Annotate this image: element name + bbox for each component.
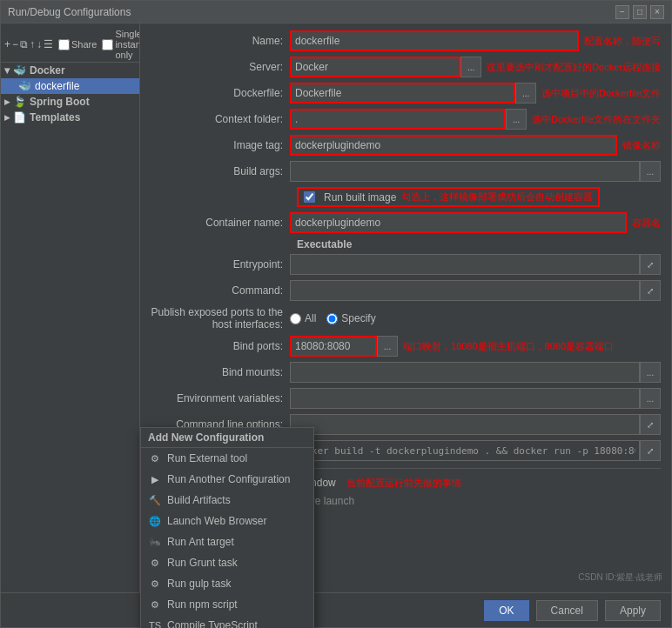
container-name-row: Container name: 容器名 bbox=[151, 212, 661, 233]
run-built-image-checkbox[interactable] bbox=[304, 191, 315, 203]
add-config-button[interactable]: + bbox=[4, 36, 10, 53]
build-args-browse-button[interactable]: ... bbox=[640, 161, 661, 182]
radio-all[interactable] bbox=[290, 313, 301, 324]
container-name-input[interactable] bbox=[290, 212, 627, 233]
image-tag-row: Image tag: 镜像名称 bbox=[151, 135, 661, 156]
left-panel: + − ⧉ ↑ ↓ ☰ Share Single instance only ▾… bbox=[1, 23, 140, 627]
entrypoint-expand-button[interactable]: ⤢ bbox=[640, 254, 661, 275]
ant-target-icon: 🐜 bbox=[148, 535, 162, 549]
close-button[interactable]: × bbox=[650, 5, 664, 19]
watermark: CSDN ID:紫星·战老师 bbox=[578, 571, 662, 584]
command-input[interactable] bbox=[290, 280, 640, 301]
dockerfile-annotation: 选中项目中的Dockerfile文件 bbox=[541, 87, 661, 100]
name-annotation: 配置名称，随便写 bbox=[584, 35, 661, 48]
bind-mounts-browse-button[interactable]: ... bbox=[640, 362, 661, 383]
bind-mounts-row: Bind mounts: ... bbox=[151, 362, 661, 383]
typescript-icon: TS bbox=[148, 618, 162, 628]
npm-icon: ⚙ bbox=[148, 598, 162, 611]
single-instance-checkbox[interactable] bbox=[102, 39, 113, 50]
image-tag-input[interactable] bbox=[290, 135, 617, 156]
bind-ports-browse-button[interactable]: ... bbox=[377, 336, 398, 357]
dockerfile-browse-button[interactable]: ... bbox=[515, 83, 536, 104]
entrypoint-label: Entrypoint: bbox=[168, 258, 290, 271]
radio-specify-text: Specify bbox=[341, 312, 375, 324]
run-external-icon: ⚙ bbox=[148, 451, 162, 465]
server-row: Server: Docker ... 这里要选中刚才配置好的Docker远程连接 bbox=[151, 57, 661, 77]
env-vars-input[interactable] bbox=[290, 388, 640, 409]
menu-item-run-external-label: Run External tool bbox=[167, 452, 247, 464]
filter-button[interactable]: ☰ bbox=[44, 36, 53, 53]
context-folder-annotation: 选中Dockerfile文件所在文件夹 bbox=[532, 113, 661, 126]
context-folder-browse-button[interactable]: ... bbox=[506, 109, 527, 130]
maximize-button[interactable]: □ bbox=[633, 5, 647, 19]
entrypoint-input[interactable] bbox=[290, 254, 640, 275]
move-up-button[interactable]: ↑ bbox=[30, 36, 35, 53]
cancel-button[interactable]: Cancel bbox=[536, 600, 598, 621]
apply-button[interactable]: Apply bbox=[605, 600, 661, 621]
menu-item-gulp-label: Run gulp task bbox=[167, 578, 231, 590]
templates-group[interactable]: ▸ 📄 Templates bbox=[1, 110, 139, 125]
menu-item-npm-label: Run npm script bbox=[167, 598, 238, 611]
radio-specify-label[interactable]: Specify bbox=[326, 312, 375, 324]
radio-group: All Specify bbox=[290, 312, 661, 324]
dockerfile-item[interactable]: 🐳 dockerfile bbox=[1, 78, 139, 94]
radio-all-label[interactable]: All bbox=[290, 312, 316, 324]
menu-item-run-another[interactable]: ▶ Run Another Configuration bbox=[141, 469, 313, 490]
docker-group[interactable]: ▾ 🐳 Docker bbox=[1, 63, 139, 78]
server-annotation: 这里要选中刚才配置好的Docker远程连接 bbox=[487, 61, 661, 74]
move-down-button[interactable]: ↓ bbox=[37, 36, 42, 53]
command-expand-button[interactable]: ⤢ bbox=[640, 280, 661, 301]
remove-config-button[interactable]: − bbox=[12, 36, 18, 53]
bind-mounts-label: Bind mounts: bbox=[151, 366, 290, 378]
menu-item-npm[interactable]: ⚙ Run npm script bbox=[141, 594, 313, 615]
name-input[interactable] bbox=[290, 30, 579, 51]
cmd-options-expand-button[interactable]: ⤢ bbox=[640, 414, 661, 435]
minimize-button[interactable]: − bbox=[615, 5, 629, 19]
bind-ports-label: Bind ports: bbox=[151, 340, 290, 352]
publish-ports-row: Publish exposed ports to the host interf… bbox=[151, 306, 661, 331]
radio-specify[interactable] bbox=[326, 313, 338, 324]
single-instance-label: Single instance only bbox=[115, 29, 140, 60]
cmd-preview-input bbox=[290, 440, 640, 461]
server-dropdown[interactable]: Docker bbox=[290, 57, 460, 77]
share-checkbox[interactable] bbox=[58, 39, 70, 50]
docker-group-label: Docker bbox=[30, 64, 65, 77]
cmd-preview-expand-button[interactable]: ⤢ bbox=[640, 440, 661, 461]
run-built-image-label: Run built image bbox=[324, 191, 396, 204]
menu-item-launch-browser[interactable]: 🌐 Launch Web Browser bbox=[141, 511, 313, 531]
context-folder-row: Context folder: ... 选中Dockerfile文件所在文件夹 bbox=[151, 109, 661, 130]
env-vars-browse-button[interactable]: ... bbox=[640, 388, 661, 409]
menu-item-ant-target-label: Run Ant target bbox=[167, 536, 234, 548]
dockerfile-dropdown[interactable]: Dockerfile bbox=[290, 83, 515, 104]
build-args-label: Build args: bbox=[151, 165, 290, 177]
bind-mounts-input[interactable] bbox=[290, 362, 640, 383]
bind-ports-input[interactable] bbox=[290, 336, 377, 357]
copy-config-button[interactable]: ⧉ bbox=[20, 36, 28, 53]
dockerfile-dropdown-wrapper: Dockerfile bbox=[290, 83, 515, 104]
ok-button[interactable]: OK bbox=[484, 600, 528, 621]
build-args-row: Build args: ... bbox=[151, 161, 661, 182]
container-name-label: Container name: bbox=[151, 217, 290, 229]
menu-item-launch-browser-label: Launch Web Browser bbox=[167, 515, 267, 527]
menu-item-typescript[interactable]: TS Compile TypeScript bbox=[141, 615, 313, 628]
dockerfile-icon: 🐳 bbox=[18, 80, 31, 92]
menu-item-grunt[interactable]: ⚙ Run Grunt task bbox=[141, 552, 313, 573]
menu-item-typescript-label: Compile TypeScript bbox=[167, 619, 258, 628]
menu-item-ant-target[interactable]: 🐜 Run Ant target bbox=[141, 531, 313, 552]
entrypoint-row: Entrypoint: ⤢ bbox=[151, 254, 661, 275]
image-tag-label: Image tag: bbox=[151, 139, 290, 151]
cmd-options-input[interactable] bbox=[290, 414, 640, 435]
templates-icon: 📄 bbox=[13, 111, 26, 124]
menu-item-run-external[interactable]: ⚙ Run External tool bbox=[141, 448, 313, 469]
build-args-input[interactable] bbox=[290, 161, 640, 182]
context-folder-input[interactable] bbox=[290, 109, 506, 130]
dialog-buttons: OK Cancel Apply bbox=[1, 592, 671, 627]
image-tag-annotation: 镜像名称 bbox=[622, 139, 661, 152]
templates-label: Templates bbox=[30, 111, 80, 124]
menu-item-gulp[interactable]: ⚙ Run gulp task bbox=[141, 573, 313, 594]
menu-item-build-artifacts[interactable]: 🔨 Build Artifacts bbox=[141, 490, 313, 511]
spring-boot-group[interactable]: ▸ 🍃 Spring Boot bbox=[1, 94, 139, 110]
name-label: Name: bbox=[151, 35, 290, 47]
server-browse-button[interactable]: ... bbox=[460, 57, 481, 77]
command-row: Command: ⤢ bbox=[151, 280, 661, 301]
